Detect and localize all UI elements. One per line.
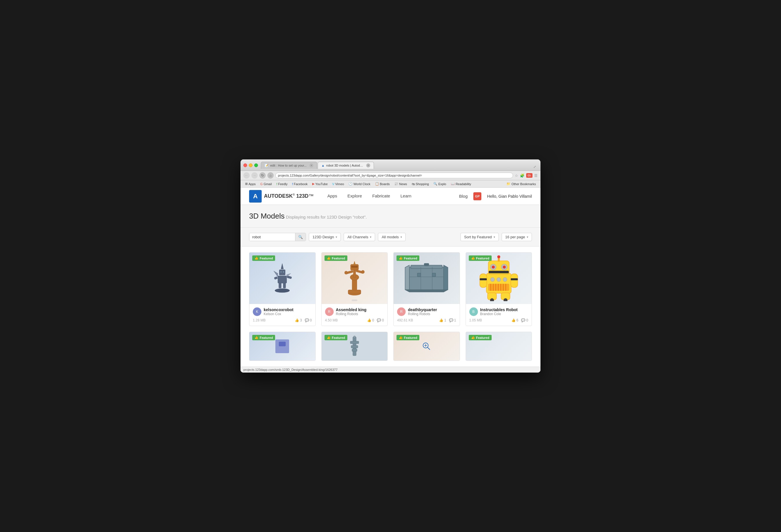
comments-stat: 💬 1	[449, 318, 456, 322]
model-card-1[interactable]: 👍 Featured	[249, 252, 316, 326]
forward-button[interactable]: →	[251, 172, 258, 178]
close-window-button[interactable]	[243, 163, 247, 167]
model-size: 492.61 KB	[397, 318, 413, 322]
back-button[interactable]: ←	[243, 172, 250, 178]
address-input[interactable]	[275, 172, 513, 178]
gallery: 👍 Featured	[241, 247, 540, 367]
robot-svg-2	[344, 255, 365, 301]
logo-letter: A	[253, 193, 258, 200]
model-card-4[interactable]: 👍 Featured	[466, 252, 532, 326]
reload-button[interactable]: ↻	[259, 172, 266, 178]
browser-icon[interactable]: 6h	[526, 173, 532, 178]
like-icon: 👍	[295, 318, 299, 322]
tab-robot[interactable]: ▲ robot 3D models | Autode... ×	[318, 162, 374, 169]
bookmark-youtube[interactable]: ▶ YouTube	[311, 181, 329, 186]
svg-marker-33	[405, 265, 409, 290]
featured-label: Featured	[332, 256, 345, 260]
bookmark-label: World Clock	[353, 182, 370, 186]
traffic-lights	[243, 163, 258, 167]
thumbs-up-icon: 👍	[327, 336, 331, 339]
menu-icon[interactable]: ☰	[534, 173, 538, 178]
bookmark-other[interactable]: 📁 Other Bookmarks	[505, 181, 538, 186]
svg-marker-23	[353, 261, 355, 265]
maximize-window-button[interactable]	[254, 163, 258, 167]
bookmark-worldclock[interactable]: 🕐 World Clock	[347, 181, 372, 186]
tab-close-button[interactable]: ×	[310, 163, 313, 167]
svg-rect-64	[279, 342, 286, 346]
bookmark-feedly[interactable]: f Feedly	[275, 182, 289, 186]
svg-line-71	[428, 347, 430, 350]
nav-link-fabricate[interactable]: Fabricate	[367, 188, 395, 205]
partial-card-1[interactable]: 👍 Featured	[249, 332, 316, 361]
per-page-label: 16 per page	[505, 235, 525, 239]
user-avatar[interactable]: GP	[474, 192, 481, 200]
svg-rect-0	[278, 276, 287, 283]
robot-svg-3	[404, 261, 449, 295]
thumbs-up-icon: 👍	[254, 256, 258, 260]
gallery-grid: 👍 Featured	[249, 252, 532, 326]
bookmark-vimeo[interactable]: V Vimeo	[330, 182, 346, 186]
svg-point-38	[497, 255, 500, 258]
partial-card-2[interactable]: 👍 Featured	[321, 332, 388, 361]
logo-area[interactable]: A AUTODESK® 123D™	[249, 190, 314, 203]
tab-favicon: 📝	[264, 164, 269, 167]
bookmark-shopping[interactable]: 🛍 Shopping	[410, 182, 431, 186]
model-user-row: K kelsoncoxrobot Kelson Cox	[253, 308, 312, 316]
bookmark-apps[interactable]: ⊞ Apps	[243, 181, 257, 186]
model-card-3[interactable]: 👍 Featured	[394, 252, 460, 326]
bookmark-gmail[interactable]: G Gmail	[258, 182, 273, 186]
page-content: A AUTODESK® 123D™ Apps Explore Fabricate…	[241, 188, 540, 373]
extension-icon[interactable]: 🧩	[520, 173, 525, 178]
bookmark-readability[interactable]: 📖 Readability	[449, 181, 473, 186]
chevron-down-icon: ▾	[401, 236, 402, 239]
search-button[interactable]: 🔍	[295, 233, 306, 241]
model-type-dropdown[interactable]: All models ▾	[378, 233, 406, 241]
minimize-window-button[interactable]	[249, 163, 252, 167]
svg-rect-30	[417, 273, 421, 277]
bookmark-news[interactable]: 📰 News	[393, 181, 409, 186]
model-thumb-2: 👍 Featured	[322, 253, 387, 304]
partial-card-3[interactable]: 👍 Featured	[394, 332, 460, 361]
model-info-2: R Assembled king Rolling Robots 4.50 MB …	[322, 304, 387, 326]
svg-rect-29	[424, 263, 429, 266]
expand-icon[interactable]: ⤢	[533, 165, 538, 169]
bookmark-label: Readability	[456, 182, 471, 186]
model-info-4: B Instructables Robot Brandon Cole 1.05 …	[466, 304, 532, 326]
home-button[interactable]: ⌂	[268, 172, 274, 178]
app-dropdown[interactable]: 123D Design ▾	[309, 233, 341, 241]
model-card-2[interactable]: 👍 Featured	[321, 252, 388, 326]
sort-dropdown[interactable]: Sort by Featured ▾	[460, 233, 499, 241]
featured-label: Featured	[260, 336, 273, 339]
model-avatar: B	[469, 308, 478, 316]
nav-link-apps[interactable]: Apps	[322, 188, 342, 205]
titlebar: 📝 edit : How to set up your... × ▲ robot…	[241, 159, 540, 171]
model-meta: 492.61 KB 👍 1 💬 1	[397, 318, 456, 322]
blog-link[interactable]: Blog	[459, 194, 468, 199]
model-avatar: R	[325, 308, 334, 316]
featured-badge: 👍 Featured	[252, 255, 275, 261]
model-thumb-4: 👍 Featured	[466, 253, 532, 304]
featured-badge: 👍 Featured	[325, 335, 347, 340]
bookmark-boards[interactable]: 📋 Boards	[373, 181, 392, 186]
nav-link-explore[interactable]: Explore	[342, 188, 367, 205]
bookmark-explo[interactable]: 🔍 Explo	[431, 181, 448, 186]
partial-card-4[interactable]: 👍 Featured	[466, 332, 532, 361]
nav-link-learn[interactable]: Learn	[395, 188, 416, 205]
bookmark-icon[interactable]: ☆	[515, 173, 518, 178]
status-url: projects.123dapp.com/smb-123D_Design/Ass…	[243, 368, 338, 371]
robot-svg-4	[479, 255, 519, 301]
channel-dropdown[interactable]: All Channels ▾	[344, 233, 375, 241]
svg-point-21	[361, 270, 365, 274]
svg-marker-2	[281, 264, 284, 269]
tab-close-button[interactable]: ×	[366, 163, 370, 167]
likes-stat: 👍 6	[511, 318, 519, 322]
search-input[interactable]	[249, 233, 295, 241]
model-user-row: B Instructables Robot Brandon Cole	[469, 308, 529, 316]
tab-label: edit : How to set up your...	[270, 164, 306, 167]
svg-marker-32	[444, 265, 448, 290]
tab-edit[interactable]: 📝 edit : How to set up your... ×	[261, 162, 317, 169]
per-page-dropdown[interactable]: 16 per page ▾	[502, 233, 532, 241]
partial-svg	[346, 333, 363, 359]
bookmark-facebook[interactable]: f Facebook	[290, 182, 309, 186]
comments-stat: 💬 0	[377, 318, 384, 322]
